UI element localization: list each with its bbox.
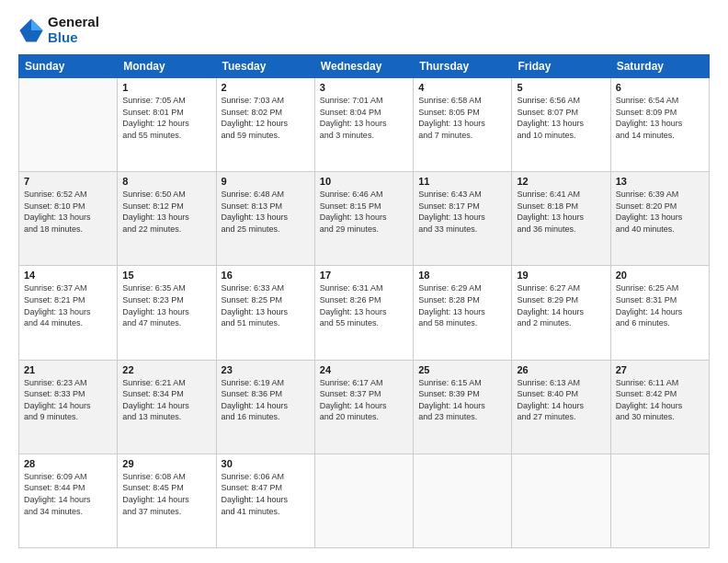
day-info: Sunrise: 6:27 AMSunset: 8:29 PMDaylight:…	[517, 282, 605, 328]
day-number: 26	[517, 364, 605, 375]
day-info: Sunrise: 7:05 AMSunset: 8:01 PMDaylight:…	[122, 95, 210, 141]
day-number: 9	[222, 176, 310, 187]
day-number: 29	[122, 458, 210, 469]
day-cell: 15Sunrise: 6:35 AMSunset: 8:23 PMDayligh…	[118, 266, 216, 360]
day-cell: 9Sunrise: 6:48 AMSunset: 8:13 PMDaylight…	[216, 172, 314, 266]
day-number: 21	[24, 364, 112, 375]
day-info: Sunrise: 6:50 AMSunset: 8:12 PMDaylight:…	[122, 189, 210, 235]
day-info: Sunrise: 6:11 AMSunset: 8:42 PMDaylight:…	[616, 377, 704, 423]
day-cell: 13Sunrise: 6:39 AMSunset: 8:20 PMDayligh…	[610, 172, 709, 266]
day-cell: 19Sunrise: 6:27 AMSunset: 8:29 PMDayligh…	[512, 266, 610, 360]
day-info: Sunrise: 6:13 AMSunset: 8:40 PMDaylight:…	[517, 377, 605, 423]
day-number: 14	[24, 270, 112, 281]
day-number: 17	[320, 270, 408, 281]
day-cell: 10Sunrise: 6:46 AMSunset: 8:15 PMDayligh…	[314, 172, 413, 266]
day-info: Sunrise: 7:01 AMSunset: 8:04 PMDaylight:…	[320, 95, 408, 141]
day-info: Sunrise: 6:08 AMSunset: 8:45 PMDaylight:…	[122, 471, 210, 517]
day-number: 2	[222, 82, 310, 93]
weekday-header-row: SundayMondayTuesdayWednesdayThursdayFrid…	[19, 55, 710, 78]
weekday-header-tuesday: Tuesday	[216, 55, 314, 78]
weekday-header-monday: Monday	[118, 55, 216, 78]
day-info: Sunrise: 7:03 AMSunset: 8:02 PMDaylight:…	[222, 95, 310, 141]
day-number: 27	[616, 364, 704, 375]
day-cell: 18Sunrise: 6:29 AMSunset: 8:28 PMDayligh…	[414, 266, 512, 360]
day-info: Sunrise: 6:33 AMSunset: 8:25 PMDaylight:…	[222, 282, 310, 328]
weekday-header-wednesday: Wednesday	[314, 55, 413, 78]
day-info: Sunrise: 6:39 AMSunset: 8:20 PMDaylight:…	[616, 189, 704, 235]
day-cell: 1Sunrise: 7:05 AMSunset: 8:01 PMDaylight…	[118, 78, 216, 172]
day-cell: 21Sunrise: 6:23 AMSunset: 8:33 PMDayligh…	[19, 360, 118, 454]
day-cell: 8Sunrise: 6:50 AMSunset: 8:12 PMDaylight…	[118, 172, 216, 266]
day-cell: 2Sunrise: 7:03 AMSunset: 8:02 PMDaylight…	[216, 78, 314, 172]
day-cell: 4Sunrise: 6:58 AMSunset: 8:05 PMDaylight…	[414, 78, 512, 172]
day-info: Sunrise: 6:56 AMSunset: 8:07 PMDaylight:…	[517, 95, 605, 141]
day-number: 18	[418, 270, 506, 281]
day-number: 6	[616, 82, 704, 93]
day-cell	[19, 78, 118, 172]
day-info: Sunrise: 6:46 AMSunset: 8:15 PMDaylight:…	[320, 189, 408, 235]
day-info: Sunrise: 6:09 AMSunset: 8:44 PMDaylight:…	[24, 471, 112, 517]
day-number: 19	[517, 270, 605, 281]
logo-text: General Blue	[48, 15, 99, 45]
day-cell: 16Sunrise: 6:33 AMSunset: 8:25 PMDayligh…	[216, 266, 314, 360]
day-number: 28	[24, 458, 112, 469]
day-number: 12	[517, 176, 605, 187]
day-info: Sunrise: 6:23 AMSunset: 8:33 PMDaylight:…	[24, 377, 112, 423]
day-cell: 20Sunrise: 6:25 AMSunset: 8:31 PMDayligh…	[610, 266, 709, 360]
weekday-header-friday: Friday	[512, 55, 610, 78]
day-info: Sunrise: 6:37 AMSunset: 8:21 PMDaylight:…	[24, 282, 112, 328]
day-number: 10	[320, 176, 408, 187]
day-number: 30	[222, 458, 310, 469]
day-number: 24	[320, 364, 408, 375]
day-info: Sunrise: 6:58 AMSunset: 8:05 PMDaylight:…	[418, 95, 506, 141]
day-cell: 22Sunrise: 6:21 AMSunset: 8:34 PMDayligh…	[118, 360, 216, 454]
day-cell: 6Sunrise: 6:54 AMSunset: 8:09 PMDaylight…	[610, 78, 709, 172]
week-row-1: 1Sunrise: 7:05 AMSunset: 8:01 PMDaylight…	[19, 78, 710, 172]
day-info: Sunrise: 6:54 AMSunset: 8:09 PMDaylight:…	[616, 95, 704, 141]
day-cell: 11Sunrise: 6:43 AMSunset: 8:17 PMDayligh…	[414, 172, 512, 266]
day-info: Sunrise: 6:21 AMSunset: 8:34 PMDaylight:…	[122, 377, 210, 423]
day-cell	[512, 454, 610, 547]
day-info: Sunrise: 6:35 AMSunset: 8:23 PMDaylight:…	[122, 282, 210, 328]
day-cell: 25Sunrise: 6:15 AMSunset: 8:39 PMDayligh…	[414, 360, 512, 454]
day-cell: 28Sunrise: 6:09 AMSunset: 8:44 PMDayligh…	[19, 454, 118, 547]
day-info: Sunrise: 6:25 AMSunset: 8:31 PMDaylight:…	[616, 282, 704, 328]
day-number: 11	[418, 176, 506, 187]
day-cell	[610, 454, 709, 547]
day-number: 4	[418, 82, 506, 93]
day-info: Sunrise: 6:52 AMSunset: 8:10 PMDaylight:…	[24, 189, 112, 235]
day-cell: 29Sunrise: 6:08 AMSunset: 8:45 PMDayligh…	[118, 454, 216, 547]
day-info: Sunrise: 6:41 AMSunset: 8:18 PMDaylight:…	[517, 189, 605, 235]
day-number: 16	[222, 270, 310, 281]
logo: General Blue	[18, 15, 99, 45]
weekday-header-sunday: Sunday	[19, 55, 118, 78]
day-cell: 24Sunrise: 6:17 AMSunset: 8:37 PMDayligh…	[314, 360, 413, 454]
day-info: Sunrise: 6:29 AMSunset: 8:28 PMDaylight:…	[418, 282, 506, 328]
day-number: 23	[222, 364, 310, 375]
day-info: Sunrise: 6:31 AMSunset: 8:26 PMDaylight:…	[320, 282, 408, 328]
day-number: 13	[616, 176, 704, 187]
day-number: 15	[122, 270, 210, 281]
calendar-table: SundayMondayTuesdayWednesdayThursdayFrid…	[18, 54, 710, 548]
day-info: Sunrise: 6:43 AMSunset: 8:17 PMDaylight:…	[418, 189, 506, 235]
page: General Blue SundayMondayTuesdayWednesda…	[0, 0, 728, 563]
day-cell: 26Sunrise: 6:13 AMSunset: 8:40 PMDayligh…	[512, 360, 610, 454]
week-row-3: 14Sunrise: 6:37 AMSunset: 8:21 PMDayligh…	[19, 266, 710, 360]
day-number: 8	[122, 176, 210, 187]
day-cell: 7Sunrise: 6:52 AMSunset: 8:10 PMDaylight…	[19, 172, 118, 266]
day-info: Sunrise: 6:17 AMSunset: 8:37 PMDaylight:…	[320, 377, 408, 423]
header: General Blue	[18, 15, 710, 45]
day-number: 22	[122, 364, 210, 375]
day-number: 20	[616, 270, 704, 281]
day-number: 5	[517, 82, 605, 93]
day-cell: 17Sunrise: 6:31 AMSunset: 8:26 PMDayligh…	[314, 266, 413, 360]
day-number: 25	[418, 364, 506, 375]
day-number: 1	[122, 82, 210, 93]
day-number: 7	[24, 176, 112, 187]
day-number: 3	[320, 82, 408, 93]
day-cell: 3Sunrise: 7:01 AMSunset: 8:04 PMDaylight…	[314, 78, 413, 172]
week-row-4: 21Sunrise: 6:23 AMSunset: 8:33 PMDayligh…	[19, 360, 710, 454]
day-cell: 12Sunrise: 6:41 AMSunset: 8:18 PMDayligh…	[512, 172, 610, 266]
day-cell	[414, 454, 512, 547]
day-info: Sunrise: 6:19 AMSunset: 8:36 PMDaylight:…	[222, 377, 310, 423]
